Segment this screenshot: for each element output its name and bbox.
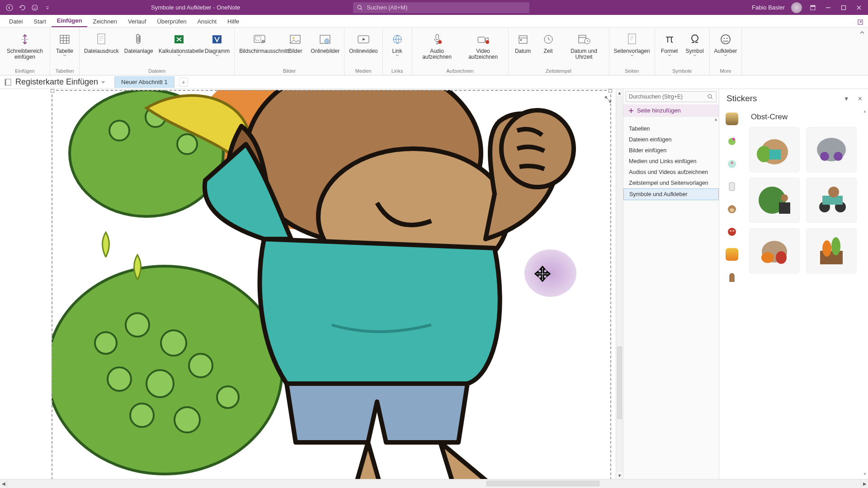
full-page-view-icon[interactable] [604, 95, 612, 103]
scrollbar-thumb[interactable] [617, 347, 622, 419]
panel-options-icon[interactable]: ▼ [844, 95, 849, 102]
page-item[interactable]: Dateien einfügen [623, 134, 719, 145]
scrollbar-track[interactable] [7, 479, 861, 488]
date-button[interactable]: Datum [510, 29, 536, 67]
page-item[interactable]: Medien und Links einfügen [623, 156, 719, 167]
chevron-down-icon [693, 54, 697, 56]
scrollbar-thumb[interactable] [486, 481, 599, 486]
close-icon[interactable] [854, 3, 863, 12]
page-templates-button[interactable]: Seitenvorlagen [611, 29, 653, 67]
add-section-button[interactable]: + [179, 78, 188, 87]
sticker-thumb[interactable] [806, 127, 857, 172]
group-label: Einfügen [2, 67, 48, 75]
tab-einfuegen[interactable]: Einfügen [52, 15, 88, 27]
sticker-thumb[interactable] [806, 228, 857, 273]
svg-point-17 [292, 37, 294, 39]
sticker-category[interactable] [726, 135, 738, 148]
page-canvas[interactable]: ▲ ▼ [0, 89, 623, 479]
sticker-category[interactable] [726, 113, 738, 125]
chevron-down-icon [215, 54, 219, 56]
tab-start[interactable]: Start [28, 16, 51, 27]
page-item[interactable]: Tabellen [623, 123, 719, 134]
sticker-category[interactable] [726, 248, 738, 261]
diagram-button[interactable]: Diagramm [202, 29, 232, 67]
link-button[interactable]: Link [385, 29, 410, 67]
datetime-button[interactable]: Datum und Uhrzeit [561, 29, 607, 67]
screenshot-button[interactable]: Bildschirmausschnitt [236, 29, 283, 67]
tab-ueberpruefen[interactable]: Überprüfen [151, 16, 192, 27]
record-video-button[interactable]: Video aufzeichnen [460, 29, 506, 67]
record-audio-button[interactable]: Audio aufzeichnen [414, 29, 460, 67]
sticker-thumb[interactable] [749, 228, 800, 273]
screenshot-icon [252, 32, 267, 47]
notebook-dropdown[interactable]: Registerkarte Einfügen [13, 77, 108, 87]
svg-point-79 [776, 251, 787, 264]
emoji-icon[interactable] [31, 4, 39, 12]
sticker-category[interactable] [726, 271, 738, 283]
sticker-thumb[interactable] [749, 178, 800, 223]
time-button[interactable]: Zeit [536, 29, 561, 67]
online-video-button[interactable]: Onlinevideo [346, 29, 380, 67]
add-page-button[interactable]: Seite hinzufügen [623, 104, 719, 117]
ribbon-display-icon[interactable] [808, 3, 817, 12]
sticker-category[interactable] [726, 203, 738, 216]
sticker-category[interactable] [726, 158, 738, 170]
collapse-ribbon-icon[interactable] [859, 29, 865, 36]
svg-rect-9 [60, 35, 69, 43]
scroll-up-icon[interactable]: ▲ [862, 109, 868, 113]
svg-rect-6 [811, 5, 815, 7]
sticker-smiley-icon [718, 32, 733, 47]
section-tab[interactable]: Neuer Abschnitt 1 [114, 76, 175, 88]
minimize-icon[interactable] [824, 3, 833, 12]
paperclip-icon [132, 32, 146, 47]
scroll-up-icon[interactable]: ▲ [616, 89, 623, 96]
tab-ansicht[interactable]: Ansicht [192, 16, 222, 27]
scroll-down-icon[interactable]: ▼ [616, 472, 623, 479]
maximize-icon[interactable] [839, 3, 848, 12]
tab-hilfe[interactable]: Hilfe [222, 16, 245, 27]
scroll-up-icon[interactable]: ▲ [714, 117, 718, 123]
sticker-thumb[interactable] [749, 127, 800, 172]
tab-datei[interactable]: Datei [4, 16, 28, 27]
horizontal-scrollbar[interactable]: ◀ ▶ [0, 479, 868, 488]
file-printout-button[interactable]: Dateiausdruck [81, 29, 122, 67]
page-item[interactable]: Bilder einfügen [623, 145, 719, 156]
notebook-icon[interactable] [4, 78, 13, 87]
table-button[interactable]: Tabelle [52, 29, 77, 67]
page-item[interactable]: Audios und Videos aufzeichnen [623, 167, 719, 178]
pictures-button[interactable]: Bilder [283, 29, 308, 67]
sticker-category[interactable] [726, 225, 738, 238]
ribbon-group-more: Aufkleber More [710, 28, 742, 75]
page-item[interactable]: Zeitstempel und Seitenvorlagen [623, 178, 719, 188]
symbol-button[interactable]: Symbol [682, 29, 708, 67]
scroll-down-icon[interactable]: ▼ [862, 472, 868, 476]
sticker-thumb[interactable] [806, 178, 857, 223]
sticker-category[interactable] [726, 180, 738, 193]
stickers-button[interactable]: Aufkleber [712, 29, 740, 67]
page-item[interactable]: Symbole und Aufkleber [623, 188, 719, 200]
user-name[interactable]: Fabio Basler [752, 4, 785, 11]
svg-rect-14 [255, 37, 261, 40]
tab-zeichnen[interactable]: Zeichnen [87, 16, 122, 27]
page-search-input[interactable]: Durchsuchen (Strg+E) [626, 91, 717, 102]
ribbon-expand-icon[interactable] [853, 17, 868, 27]
tab-verlauf[interactable]: Verlauf [123, 16, 151, 27]
equation-button[interactable]: Formel [657, 29, 682, 67]
scroll-right-icon[interactable]: ▶ [861, 479, 868, 488]
spreadsheet-button[interactable]: Kalkulationstabelle [156, 29, 202, 67]
insert-space-button[interactable]: Schreibbereich einfügen [2, 29, 48, 67]
file-attachment-button[interactable]: Dateianlage [122, 29, 156, 67]
qat-dropdown-icon[interactable] [43, 4, 52, 12]
undo-icon[interactable] [18, 4, 26, 12]
online-pictures-button[interactable]: Onlinebilder [308, 29, 342, 67]
user-avatar[interactable] [791, 2, 802, 13]
scroll-left-icon[interactable]: ◀ [0, 479, 7, 488]
canvas-vertical-scrollbar[interactable]: ▲ ▼ [616, 89, 623, 479]
close-panel-icon[interactable]: ✕ [858, 95, 863, 102]
page-list: Tabellen Dateien einfügen Bilder einfüge… [623, 123, 719, 479]
chevron-down-icon [177, 54, 181, 56]
back-icon[interactable] [5, 4, 14, 12]
search-box[interactable]: Suchen (Alt+M) [353, 2, 529, 13]
group-label: Medien [346, 67, 380, 75]
stickers-panel-title: Stickers [726, 94, 757, 103]
